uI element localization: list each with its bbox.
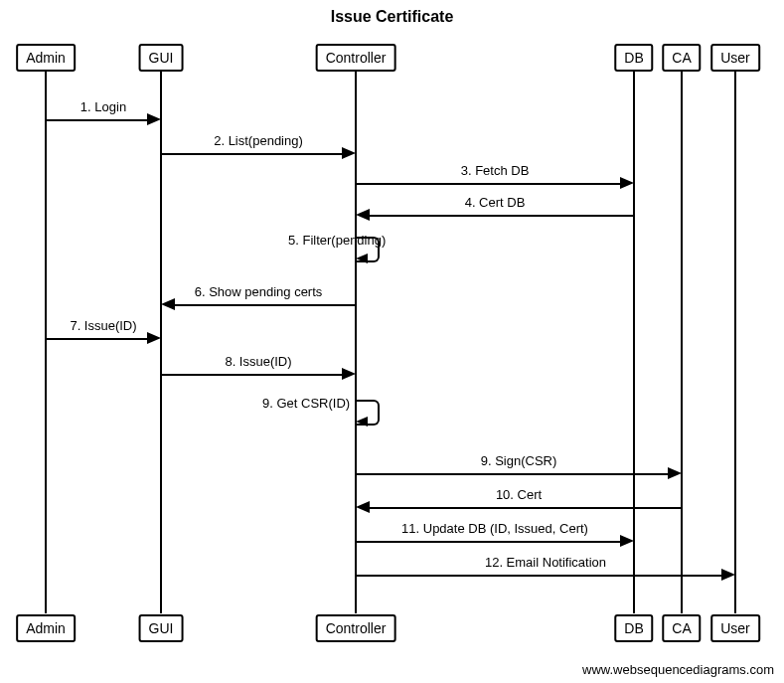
message-2-label: 2. List(pending) bbox=[214, 133, 303, 148]
actor-gui-top: GUI bbox=[139, 44, 184, 72]
arrow-left-icon bbox=[356, 417, 368, 427]
arrow-right-icon bbox=[668, 467, 682, 479]
actor-db-top: DB bbox=[614, 44, 653, 72]
diagram-title: Issue Certificate bbox=[0, 8, 784, 26]
message-1-label: 1. Login bbox=[80, 99, 126, 114]
actor-admin-top: Admin bbox=[16, 44, 76, 72]
arrow-right-icon bbox=[721, 569, 735, 581]
message-10-arrow bbox=[370, 507, 682, 509]
message-4-arrow bbox=[370, 215, 634, 217]
sequence-diagram: Issue Certificate Admin GUI Controller D… bbox=[0, 0, 784, 683]
arrow-right-icon bbox=[342, 147, 356, 159]
arrow-left-icon bbox=[356, 209, 370, 221]
footer-link[interactable]: www.websequencediagrams.com bbox=[582, 662, 774, 677]
arrow-left-icon bbox=[356, 254, 368, 263]
lifeline-ca bbox=[681, 72, 683, 613]
arrow-right-icon bbox=[147, 113, 161, 125]
actor-ca-top: CA bbox=[662, 44, 701, 72]
message-12-label: 12. Email Notification bbox=[485, 555, 606, 570]
message-12-arrow bbox=[356, 575, 721, 577]
actor-user-bottom: User bbox=[710, 614, 760, 642]
arrow-left-icon bbox=[356, 501, 370, 513]
actor-controller-bottom: Controller bbox=[316, 614, 396, 642]
actor-db-bottom: DB bbox=[614, 614, 653, 642]
message-9b-label: 9. Sign(CSR) bbox=[481, 453, 557, 468]
message-9-label: 9. Get CSR(ID) bbox=[262, 396, 350, 411]
message-1-arrow bbox=[46, 119, 147, 121]
actor-user-top: User bbox=[710, 44, 760, 72]
message-11-label: 11. Update DB (ID, Issued, Cert) bbox=[401, 521, 588, 536]
lifeline-db bbox=[633, 72, 635, 613]
message-7-label: 7. Issue(ID) bbox=[70, 318, 136, 333]
message-3-label: 3. Fetch DB bbox=[461, 163, 530, 178]
message-9b-arrow bbox=[356, 473, 668, 475]
lifeline-user bbox=[734, 72, 736, 613]
message-6-label: 6. Show pending certs bbox=[195, 284, 323, 299]
lifeline-admin bbox=[45, 72, 47, 613]
arrow-right-icon bbox=[342, 368, 356, 380]
message-4-label: 4. Cert DB bbox=[465, 195, 526, 210]
message-3-arrow bbox=[356, 183, 620, 185]
message-6-arrow bbox=[175, 304, 356, 306]
message-8-label: 8. Issue(ID) bbox=[225, 354, 291, 369]
actor-ca-bottom: CA bbox=[662, 614, 701, 642]
message-7-arrow bbox=[46, 338, 147, 340]
message-8-arrow bbox=[161, 374, 342, 376]
arrow-left-icon bbox=[161, 298, 175, 310]
arrow-right-icon bbox=[620, 535, 634, 547]
actor-admin-bottom: Admin bbox=[16, 614, 76, 642]
actor-gui-bottom: GUI bbox=[139, 614, 184, 642]
message-11-arrow bbox=[356, 541, 620, 543]
arrow-right-icon bbox=[147, 332, 161, 344]
actor-controller-top: Controller bbox=[316, 44, 396, 72]
arrow-right-icon bbox=[620, 177, 634, 189]
message-10-label: 10. Cert bbox=[496, 487, 542, 502]
message-2-arrow bbox=[161, 153, 342, 155]
